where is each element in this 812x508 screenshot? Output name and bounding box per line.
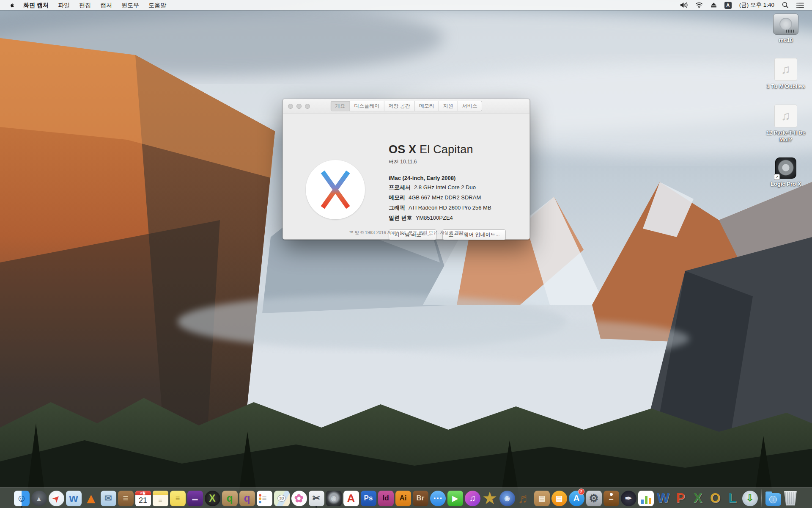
- dock-item-photos[interactable]: ✿: [291, 489, 308, 508]
- tab-4[interactable]: 지원: [439, 101, 458, 111]
- tab-2[interactable]: 저장 공간: [384, 101, 414, 111]
- dock-item-finder[interactable]: ☺: [13, 489, 30, 508]
- dock-item-imovie[interactable]: ★: [481, 489, 499, 508]
- desktop-icon-hard-drive-mc18[interactable]: mc18: [765, 14, 806, 44]
- dock-item-contacts[interactable]: ≡: [117, 489, 134, 508]
- map-3d-app-icon: 3D: [274, 491, 290, 506]
- close-button[interactable]: [288, 104, 293, 109]
- app-store-glyph: A: [573, 493, 579, 503]
- dock-item-system-preferences[interactable]: ⚙: [585, 489, 603, 508]
- launchpad-glyph: ▲: [36, 495, 42, 502]
- ms-outlook-glyph: O: [710, 491, 720, 506]
- dock-item-reminders[interactable]: ≡: [256, 489, 273, 508]
- dock-item-stuffit-expander[interactable]: q: [221, 489, 239, 508]
- dock-item-notes[interactable]: ≡: [152, 489, 169, 508]
- dock-item-launchpad[interactable]: ▲: [30, 489, 48, 508]
- vlc-glyph: ▲: [84, 490, 98, 507]
- dock-item-acrobat[interactable]: A: [343, 489, 360, 508]
- spotlight-icon[interactable]: [778, 2, 793, 8]
- dock-item-trash[interactable]: [782, 489, 799, 508]
- spec-label: 메모리: [389, 194, 405, 201]
- dock-item-vlc[interactable]: ▲: [82, 489, 100, 508]
- drive-platter: [779, 18, 792, 30]
- iweb-icon: w: [66, 491, 82, 506]
- minimize-button[interactable]: [296, 104, 302, 109]
- dock-item-indesign[interactable]: Id: [377, 489, 395, 508]
- ms-word-icon: W: [656, 491, 671, 506]
- menu-item-4[interactable]: 윈도우: [117, 0, 144, 10]
- dock-item-ibooks[interactable]: ▤: [551, 489, 568, 508]
- notes-header: [153, 491, 168, 495]
- dock-item-ms-outlook[interactable]: O: [707, 489, 724, 508]
- dock-item-ms-lync[interactable]: L: [724, 489, 741, 508]
- dock-item-app-store[interactable]: A7: [568, 489, 585, 508]
- input-source-icon[interactable]: A: [721, 2, 735, 9]
- spec-label: 그래픽: [389, 204, 405, 211]
- keynote-glyph: ▬: [609, 496, 613, 501]
- desktop-icon-audio-file-12[interactable]: ♫12 Parle-T-Il De Moi?: [765, 105, 806, 144]
- dock-item-logic-pro[interactable]: ◉: [325, 489, 343, 508]
- dock-item-xee[interactable]: X: [204, 489, 221, 508]
- os-name-bold: OS X: [389, 143, 416, 156]
- volume-icon[interactable]: [676, 2, 691, 8]
- menu-item-1[interactable]: 파일: [53, 0, 74, 10]
- dock-item-toast[interactable]: ▬: [187, 489, 204, 508]
- apple-menu[interactable]: [6, 2, 19, 9]
- dock-item-grab-screen-capture[interactable]: ✂: [308, 489, 325, 508]
- dock-item-safari[interactable]: ➤: [48, 489, 65, 508]
- wifi-icon[interactable]: [691, 2, 707, 8]
- dock-item-itunes[interactable]: ♫: [464, 489, 481, 508]
- menu-bar-clock[interactable]: (금) 오후 1:40: [735, 0, 778, 10]
- tab-3[interactable]: 메모리: [415, 101, 439, 111]
- dock-item-stickies[interactable]: ≡: [169, 489, 187, 508]
- dock-item-map-3d-app[interactable]: 3D: [273, 489, 291, 508]
- running-indicator: [21, 506, 22, 508]
- menu-item-3[interactable]: 캡처: [96, 0, 117, 10]
- downloads-folder-icon: ↓: [765, 493, 781, 506]
- window-titlebar[interactable]: 개요디스플레이저장 공간메모리지원서비스: [283, 99, 529, 113]
- dock-item-illustrator[interactable]: Ai: [395, 489, 412, 508]
- desktop-icon-label: Logic Pro X: [771, 181, 801, 188]
- menu-item-5[interactable]: 도움말: [144, 0, 171, 10]
- eject-icon[interactable]: [707, 2, 721, 8]
- dock-item-messages[interactable]: ⋯: [429, 489, 447, 508]
- dock-item-stuffit-dropstuff[interactable]: q: [239, 489, 256, 508]
- spec-label: 프로세서: [389, 184, 411, 190]
- dock-item-downloads-folder[interactable]: ↓: [765, 489, 782, 508]
- dock-item-globe-download-app[interactable]: ⇩: [741, 489, 759, 508]
- dock-item-garageband[interactable]: ♬: [516, 489, 533, 508]
- dock-item-ms-word[interactable]: W: [655, 489, 672, 508]
- dock-item-numbers[interactable]: [637, 489, 655, 508]
- dock-item-photoshop[interactable]: Ps: [360, 489, 377, 508]
- desktop-icon-audio-file-1[interactable]: ♫1 Tu M'Oublies: [765, 58, 806, 90]
- zoom-button[interactable]: [305, 104, 310, 109]
- bridge-icon: Br: [413, 491, 428, 506]
- spec-row-1: 메모리4GB 667 MHz DDR2 SDRAM: [389, 194, 524, 202]
- vlc-icon: ▲: [83, 491, 99, 506]
- calendar-icon: 2월21: [135, 491, 151, 506]
- dock-item-facetime[interactable]: ▶: [447, 489, 464, 508]
- dock-item-pages[interactable]: ✒: [620, 489, 637, 508]
- menu-app-name[interactable]: 화면 캡처: [19, 0, 53, 10]
- dock-item-ms-powerpoint[interactable]: P: [672, 489, 689, 508]
- garageband-glyph: ♬: [518, 491, 531, 506]
- dock-item-photo-collage-corkboard[interactable]: ▤: [533, 489, 551, 508]
- dock-item-calendar[interactable]: 2월21: [134, 489, 152, 508]
- dock-item-ms-excel[interactable]: X: [689, 489, 707, 508]
- tab-5[interactable]: 서비스: [458, 101, 482, 111]
- dock-item-mail[interactable]: ✉: [100, 489, 117, 508]
- dock-item-idvd[interactable]: ◉: [499, 489, 516, 508]
- notification-center-icon[interactable]: [793, 3, 808, 8]
- tab-0[interactable]: 개요: [331, 101, 350, 111]
- dock-item-iweb[interactable]: w: [65, 489, 82, 508]
- dock-item-keynote[interactable]: ▬: [603, 489, 620, 508]
- about-tabs: 개요디스플레이저장 공간메모리지원서비스: [330, 101, 482, 111]
- photo-collage-corkboard-icon: ▤: [534, 491, 550, 506]
- numbers-icon: [638, 491, 654, 506]
- photoshop-icon: Ps: [361, 491, 376, 506]
- ms-powerpoint-icon: P: [673, 491, 689, 506]
- tab-1[interactable]: 디스플레이: [350, 101, 384, 111]
- desktop-icon-logic-pro-x-alias[interactable]: ↗Logic Pro X: [765, 157, 806, 188]
- menu-item-2[interactable]: 편집: [74, 0, 96, 10]
- dock-item-bridge[interactable]: Br: [412, 489, 429, 508]
